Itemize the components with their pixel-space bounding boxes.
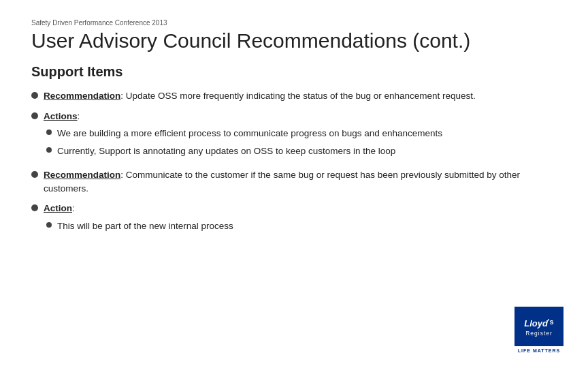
sub-bullet-icon xyxy=(46,129,52,135)
bullet-icon xyxy=(31,112,38,119)
sub-list: We are building a more efficient process… xyxy=(44,127,557,157)
slide: Safety Driven Performance Conference 201… xyxy=(0,0,588,368)
item-text: Recommendation: Communicate to the custo… xyxy=(44,168,557,195)
sub-bullet-icon xyxy=(46,222,52,228)
item-text-1: : Update OSS more frequently indicating … xyxy=(120,91,476,101)
keyword-actions: Actions xyxy=(44,111,78,121)
section-title: Support Items xyxy=(31,64,557,80)
keyword-recommendation-2: Recommendation xyxy=(44,170,120,180)
logo-tagline: LIFE MATTERS xyxy=(518,348,560,353)
keyword-recommendation-1: Recommendation xyxy=(44,91,120,101)
content-list: Recommendation: Update OSS more frequent… xyxy=(31,89,557,237)
sub-item-text: We are building a more efficient process… xyxy=(57,127,442,140)
list-item: Recommendation: Communicate to the custo… xyxy=(31,168,557,195)
item-text: Recommendation: Update OSS more frequent… xyxy=(44,89,557,103)
logo-register: Register xyxy=(525,330,553,337)
bullet-icon xyxy=(31,92,38,99)
list-item: Actions: We are building a more efficien… xyxy=(31,110,557,162)
list-item: This will be part of the new internal pr… xyxy=(46,219,557,233)
sub-list: This will be part of the new internal pr… xyxy=(44,219,557,233)
list-item: We are building a more efficient process… xyxy=(46,127,557,140)
logo-box: Lloyd 's Register xyxy=(514,307,564,346)
logo-inner: Lloyd 's Register xyxy=(524,318,553,337)
main-title: User Advisory Council Recommendations (c… xyxy=(31,29,557,52)
bullet-icon xyxy=(31,204,38,211)
sub-item-text: Currently, Support is annotating any upd… xyxy=(57,144,395,158)
sub-bullet-icon xyxy=(46,147,52,153)
list-item: Action: This will be part of the new int… xyxy=(31,202,557,236)
list-item: Currently, Support is annotating any upd… xyxy=(46,144,557,158)
logo-top-row: Lloyd 's xyxy=(524,318,553,328)
item-text: Action: This will be part of the new int… xyxy=(44,202,557,236)
logo-lloyd: Lloyd xyxy=(524,319,548,328)
sub-item-text: This will be part of the new internal pr… xyxy=(57,219,233,233)
list-item: Recommendation: Update OSS more frequent… xyxy=(31,89,557,103)
logo-area: Lloyd 's Register LIFE MATTERS xyxy=(514,307,564,353)
item-text: Actions: We are building a more efficien… xyxy=(44,110,557,162)
logo-apostrophe: 's xyxy=(548,318,554,326)
keyword-action: Action xyxy=(44,203,72,213)
conference-label: Safety Driven Performance Conference 201… xyxy=(31,19,557,27)
bullet-icon xyxy=(31,171,38,178)
